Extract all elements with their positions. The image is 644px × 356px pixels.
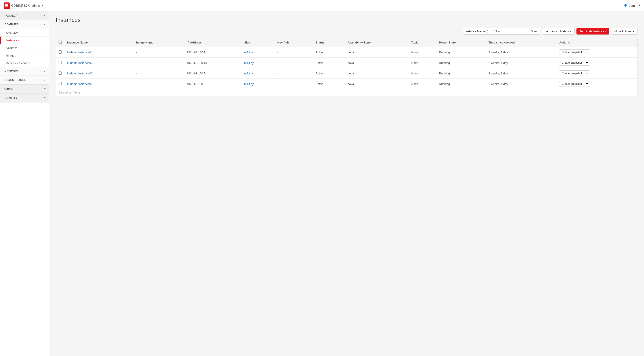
admin-project-label: admin xyxy=(32,4,40,7)
logo-text: openstack xyxy=(11,3,30,8)
object-store-chevron-icon xyxy=(44,80,46,81)
sidebar-section-identity[interactable]: Identity xyxy=(0,93,49,102)
instance-name-link[interactable]: itl-demo-instance02 xyxy=(67,72,92,75)
sidebar-section-object-store[interactable]: Object Store xyxy=(0,76,49,84)
col-power-state: Power State xyxy=(436,38,486,47)
row-task: None xyxy=(408,47,436,58)
admin-chevron-icon xyxy=(44,88,46,89)
row-size: m1.tiny xyxy=(242,68,275,79)
action-dropdown-button[interactable] xyxy=(584,60,590,66)
launch-instance-label: Launch Instance xyxy=(550,29,571,33)
row-ip-address: 192.168.100.9 xyxy=(184,68,242,79)
select-all-checkbox[interactable] xyxy=(58,40,62,44)
terminate-instances-button[interactable]: Terminate Instances xyxy=(576,28,609,34)
table-row: itl-demo-instance02 - 192.168.100.9 m1.t… xyxy=(56,68,638,79)
instances-table: Instance Name Image Name IP Address Size… xyxy=(56,38,638,89)
action-caret-icon xyxy=(586,73,588,74)
action-dropdown-button[interactable] xyxy=(584,70,590,76)
volumes-label: Volumes xyxy=(6,46,18,49)
instances-label: Instances xyxy=(6,38,19,42)
table-row: itl-demo-instance04 - 192.168.100.11 m1.… xyxy=(56,47,638,58)
size-link[interactable]: m1.tiny xyxy=(244,51,254,54)
size-link[interactable]: m1.tiny xyxy=(244,82,254,86)
sidebar-section-compute[interactable]: Compute xyxy=(0,20,49,29)
action-dropdown-button[interactable] xyxy=(584,81,590,87)
create-snapshot-button[interactable]: Create Snapshot xyxy=(559,49,584,55)
col-status: Status xyxy=(313,38,345,47)
sidebar-section-network[interactable]: Network xyxy=(0,67,49,76)
compute-items: Overview Instances Volumes Images Access… xyxy=(0,29,49,67)
create-snapshot-button[interactable]: Create Snapshot xyxy=(559,70,584,76)
create-snapshot-button[interactable]: Create Snapshot xyxy=(559,81,584,87)
logo-icon xyxy=(4,2,10,9)
row-actions: Create Snapshot xyxy=(556,68,638,79)
col-size: Size xyxy=(242,38,275,47)
sidebar-item-access-security[interactable]: Access & Security xyxy=(0,59,49,67)
row-az: nova xyxy=(345,79,408,89)
more-actions-label: More Actions xyxy=(614,29,631,33)
more-actions-button[interactable]: More Actions xyxy=(611,28,638,34)
instance-name-link[interactable]: itl-demo-instance03 xyxy=(67,61,92,64)
instance-name-link[interactable]: itl-demo-instance04 xyxy=(67,51,92,54)
row-power-state: Running xyxy=(436,58,486,68)
row-instance-name: itl-demo-instance01 xyxy=(64,79,134,89)
row-checkbox-cell xyxy=(56,58,64,68)
sidebar-item-overview[interactable]: Overview xyxy=(0,29,49,36)
sidebar-project-label: Project xyxy=(4,14,18,17)
sidebar: Project Compute Overview Instances Volum… xyxy=(0,11,49,356)
filter-button[interactable]: Filter xyxy=(527,28,540,34)
table-row: itl-demo-instance01 - 192.168.100.8 m1.t… xyxy=(56,79,638,89)
row-time-created: 2 weeks, 1 day xyxy=(486,79,556,89)
action-dropdown-button[interactable] xyxy=(584,49,590,55)
openstack-logo[interactable]: openstack xyxy=(4,2,30,9)
create-snapshot-button[interactable]: Create Snapshot xyxy=(559,60,584,66)
svg-rect-0 xyxy=(5,4,8,5)
row-time-created: 2 weeks, 1 day xyxy=(486,47,556,58)
identity-label: Identity xyxy=(4,96,18,99)
sidebar-item-instances[interactable]: Instances xyxy=(0,36,49,44)
row-key-pair: - xyxy=(275,79,313,89)
images-label: Images xyxy=(6,54,16,57)
row-checkbox-2[interactable] xyxy=(58,71,62,75)
row-task: None xyxy=(408,68,436,79)
sidebar-section-admin[interactable]: Admin xyxy=(0,84,49,93)
size-link[interactable]: m1.tiny xyxy=(244,72,254,75)
action-button-group: Create Snapshot xyxy=(559,60,590,66)
filter-field-label: Instance Name xyxy=(466,29,485,33)
navbar: openstack admin 👤 admin xyxy=(0,0,644,11)
action-button-group: Create Snapshot xyxy=(559,70,590,76)
sidebar-item-images[interactable]: Images xyxy=(0,52,49,59)
filter-input[interactable] xyxy=(491,28,527,34)
row-size: m1.tiny xyxy=(242,47,275,58)
row-task: None xyxy=(408,79,436,89)
instances-table-container: Instance Name Image Name IP Address Size… xyxy=(56,38,638,96)
row-checkbox-1[interactable] xyxy=(58,61,62,64)
admin-project-dropdown[interactable]: admin xyxy=(32,4,43,7)
launch-instance-button[interactable]: ☁ Launch Instance xyxy=(542,28,574,34)
row-actions: Create Snapshot xyxy=(556,79,638,89)
user-dropdown[interactable]: 👤 admin xyxy=(624,4,640,7)
instances-tbody: itl-demo-instance04 - 192.168.100.11 m1.… xyxy=(56,47,638,89)
filter-group: Instance Name Filter xyxy=(463,28,540,34)
filter-field-selector[interactable]: Instance Name xyxy=(463,28,491,34)
network-label: Network xyxy=(4,70,19,73)
row-key-pair: - xyxy=(275,58,313,68)
sidebar-section-project[interactable]: Project xyxy=(0,11,49,20)
select-all-header xyxy=(56,38,64,47)
row-ip-address: 192.168.100.8 xyxy=(184,79,242,89)
size-link[interactable]: m1.tiny xyxy=(244,61,254,64)
sidebar-item-volumes[interactable]: Volumes xyxy=(0,44,49,52)
row-actions: Create Snapshot xyxy=(556,47,638,58)
col-task: Task xyxy=(408,38,436,47)
svg-rect-1 xyxy=(5,5,8,6)
row-checkbox-cell xyxy=(56,68,64,79)
col-key-pair: Key Pair xyxy=(275,38,313,47)
row-checkbox-3[interactable] xyxy=(58,82,62,85)
instance-name-link[interactable]: itl-demo-instance01 xyxy=(67,82,92,86)
row-checkbox-0[interactable] xyxy=(58,50,62,53)
row-power-state: Running xyxy=(436,68,486,79)
row-ip-address: 192.168.100.10 xyxy=(184,58,242,68)
compute-label: Compute xyxy=(4,23,18,26)
row-instance-name: itl-demo-instance04 xyxy=(64,47,134,58)
row-ip-address: 192.168.100.11 xyxy=(184,47,242,58)
